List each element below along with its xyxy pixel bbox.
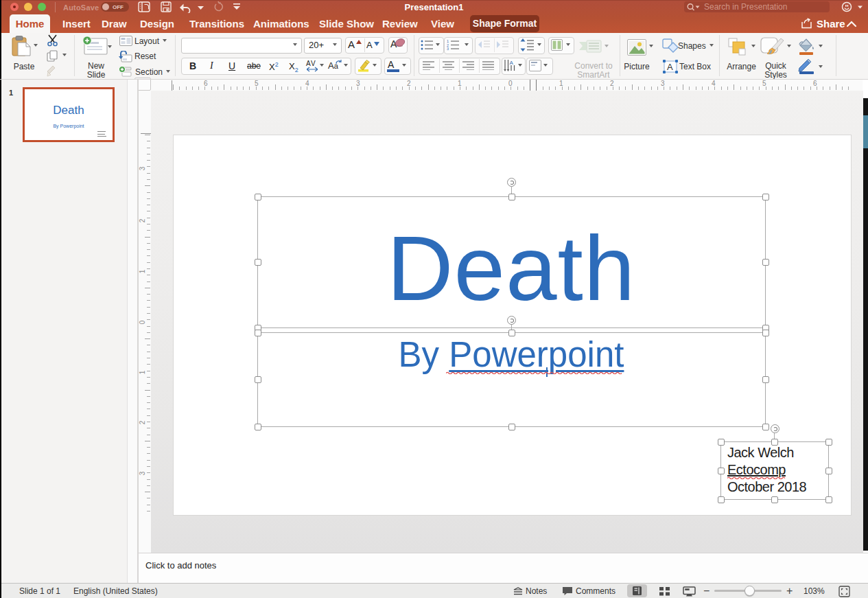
svg-text:3: 3: [447, 47, 449, 50]
svg-text:A: A: [510, 60, 514, 66]
svg-text:A: A: [667, 62, 673, 72]
